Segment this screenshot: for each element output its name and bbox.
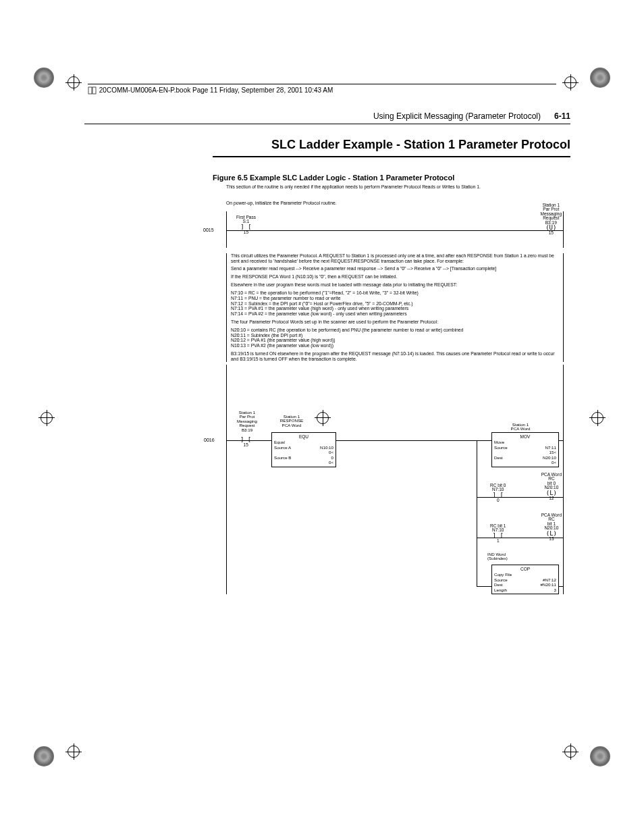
page-content: Using Explicit Messaging (Parameter Prot… [84,111,570,594]
contact-rc-bit1: RC bit 1 N7:10 ] [ 1 [490,524,506,544]
note-p4-line: N20:11 = Subindex (the DPI port #) [231,333,559,338]
book-header-line: 20COMM-UM006A-EN-P.book Page 11 Friday, … [88,84,556,95]
rung-number: 0016 [204,438,215,443]
equ-label: Station 1 RESPONSE PCA Word [271,415,312,428]
rung-number: 0015 [203,228,214,233]
cop-instruction: COP Copy File Source#N7:12 Dest#N20:11 L… [491,565,559,595]
mov-instruction: MOV Move SourceN7:11 15< DestN20:10 0< [491,432,559,467]
rung-desc: On power-up, initialize the Parameter Pr… [226,201,337,206]
svg-rect-1 [92,87,96,94]
equ-instruction: EQU Equal Source AN10:10 0< Source B0 0< [271,432,336,467]
contact-b3-19: ] [ 15 [240,437,251,448]
crosshair-icon [564,746,576,758]
coil-bit: 15 [541,231,562,236]
note-p3-line: N7:13 = PVA #1 = the parameter value (hi… [231,306,559,311]
crosshair-icon [591,412,603,424]
contact-rc-bit0: RC bit 0 N7:10 ] [ 0 [490,484,506,503]
contact-first-pass: First Pass S:1 ] [ 15 [236,215,256,235]
coil-request-unlatch: Station 1 Par Prot Messaging Request B3:… [541,203,562,236]
coil-pca-bit1: PCA Word RC bit 1 N20:10 (L) 13 [541,513,562,542]
print-registration-mark [34,746,54,766]
note-p2: If the RESPONSE PCA Word 1 (N10:10) is "… [231,274,559,280]
note-p4a: The four Parameter Protocol Words set up… [231,319,559,325]
book-header-text: 20COMM-UM006A-EN-P.book Page 11 Friday, … [99,86,333,94]
figure-caption: Figure 6.5 Example SLC Ladder Logic - St… [213,174,570,182]
contact-bit: 15 [236,230,256,235]
section-title: SLC Ladder Example - Station 1 Parameter… [213,138,570,157]
note-p3-line: N7:14 = PVA #2 = the parameter value (lo… [231,311,559,317]
ladder-diagram: This section of the routine is only need… [226,184,564,594]
book-icon [88,86,97,95]
note-p1b: Send a parameter read request --> Receiv… [231,266,559,271]
crosshair-icon [68,746,80,758]
note-p4-line: N20:10 = contains RC (the operation to b… [231,328,559,333]
coil-pca-bit0: PCA Word RC bit 0 N20:10 (L) 12 [541,473,562,501]
note-p3-line: N7:12 = Subindex = the DPI port # ("0"= … [231,301,559,307]
print-registration-mark [590,68,610,88]
page-header: Using Explicit Messaging (Parameter Prot… [84,111,570,124]
cop-label: IND Word (Subindex) [487,552,535,561]
ladder-top-note: This section of the routine is only need… [226,184,564,190]
crosshair-icon [41,412,53,424]
note-p3-line: N7:11 = PNU = the parameter number to re… [231,296,559,301]
print-registration-mark [590,746,610,766]
mov-label: Station 1 PCA Word [497,423,544,432]
note-p3a: Elsewhere in the user program these word… [231,282,559,288]
note-p4-line: N10:13 = PVA #2 (the parameter value (lo… [231,343,559,348]
page-number: 6-11 [554,111,570,121]
contact-label-block: Station 1 Par Prot Messaging Request B3:… [227,411,267,433]
note-p3-line: N7:10 = RC = the operation to be perform… [231,290,559,296]
print-registration-mark [34,68,54,88]
svg-rect-0 [88,87,92,94]
note-p4-line: N20:12 = PVA #1 (the parameter value (hi… [231,338,559,343]
crosshair-icon [68,76,80,88]
note-p5: B3:19/15 is turned ON elsewhere in the p… [231,351,559,362]
note-p1: This circuit utilizes the Parameter Prot… [231,253,559,264]
chapter-title: Using Explicit Messaging (Parameter Prot… [373,111,541,121]
crosshair-icon [564,76,576,88]
